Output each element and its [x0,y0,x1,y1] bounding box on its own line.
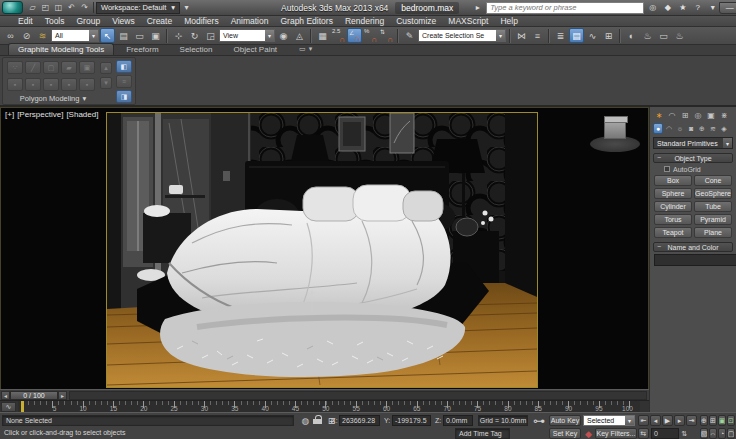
display-tab-icon[interactable]: ▣ [705,109,717,121]
menu-item[interactable]: Help [494,16,523,26]
manage-layers-icon[interactable]: ≣ [553,28,568,43]
add-time-tag[interactable]: Add Time Tag [455,428,510,439]
show-end-result-toggle[interactable]: ≡ [116,75,132,88]
menu-item[interactable]: Customize [390,16,442,26]
zoom-extents-icon[interactable]: ▣ [718,415,726,426]
viewport-menu-general[interactable]: [+] [5,110,14,119]
object-type-rollout-header[interactable]: − Object Type [653,153,733,163]
helpers-icon[interactable]: ⊕ [697,123,707,134]
3dsmax-logo-button[interactable] [2,1,23,14]
scene-explorer-icon[interactable]: ▤ [569,28,584,43]
viewcube[interactable] [587,114,643,156]
create-tab-icon[interactable]: ∗ [653,109,665,121]
menu-item[interactable]: Views [106,16,141,26]
set-key-key-icon[interactable]: ◆ [584,428,593,439]
element-subobject-button[interactable]: ▣ [79,61,95,74]
play-button[interactable]: ▶ [662,415,673,426]
geometry-category-dropdown[interactable]: Standard Primitives ▾ [653,137,733,149]
vertex-subobject-button[interactable]: ∵ [7,61,23,74]
snap-toggle-icon[interactable]: 2.5∩ [331,28,346,43]
object-type-button[interactable]: Pyramid [694,214,732,225]
current-frame-field[interactable]: 0 [651,428,679,439]
isolate-selection-icon[interactable]: ◍ [300,415,311,426]
use-pivot-center-icon[interactable]: ◉ [276,28,291,43]
ribbon-tab[interactable]: Selection [171,44,222,55]
auto-key-button[interactable]: Auto Key [549,415,581,426]
workspace-flyout-icon[interactable]: ▾ [180,2,193,14]
orbit-icon[interactable]: ◔ [718,428,726,439]
space-warps-icon[interactable]: ≋ [708,123,718,134]
zoom-region-icon[interactable]: ▧ [700,428,708,439]
hierarchy-tab-icon[interactable]: ⊞ [679,109,691,121]
curve-editor-icon[interactable]: ∿ [585,28,600,43]
polygon-tool-button[interactable]: ▪ [61,78,77,91]
reference-coordinate-dropdown[interactable]: View ▾ [219,29,275,42]
workspace-dropdown[interactable]: Workspace: Default ▾ [96,2,180,14]
undo-icon[interactable]: ↶ [65,2,78,14]
new-scene-icon[interactable]: ▱ [26,2,39,14]
viewcube-cube[interactable] [604,120,626,139]
polygon-subobject-button[interactable]: ▰ [61,61,77,74]
select-and-rotate-icon[interactable]: ↻ [187,28,202,43]
name-color-rollout-header[interactable]: − Name and Color [653,242,733,252]
menu-item[interactable]: Modifiers [178,16,224,26]
motion-tab-icon[interactable]: ◎ [692,109,704,121]
key-filter-dropdown[interactable]: Selected ▾ [583,415,635,426]
polygon-tool-button[interactable]: ▪ [79,78,95,91]
communication-center-icon[interactable]: ◎ [646,2,659,14]
polygon-tool-button[interactable]: ▪ [7,78,23,91]
unlink-selection-icon[interactable]: ⊘ [19,28,34,43]
x-coordinate-field[interactable]: 263669.28 [339,415,380,426]
menu-item[interactable]: MAXScript [442,16,494,26]
polygon-tool-button[interactable]: ▪ [25,78,41,91]
object-type-button[interactable]: Tube [694,201,732,212]
autogrid-checkbox[interactable] [664,166,670,172]
window-crossing-icon[interactable]: ▣ [148,28,163,43]
favorites-icon[interactable]: ★ [676,2,689,14]
cameras-icon[interactable]: ◙ [686,123,696,134]
object-type-button[interactable]: Sphere [654,188,692,199]
open-file-icon[interactable]: ◰ [39,2,52,14]
object-type-button[interactable]: Box [654,175,692,186]
next-frame-arrow[interactable]: ▸ [58,391,67,400]
selection-filter-dropdown[interactable]: All ▾ [51,29,99,42]
object-type-button[interactable]: Cone [694,175,732,186]
go-to-start-button[interactable]: ⇤ [638,415,649,426]
object-type-button[interactable]: Teapot [654,227,692,238]
viewport-menu-shading[interactable]: [Shaded] [66,110,98,119]
menu-item[interactable]: Group [71,16,107,26]
menu-item[interactable]: Tools [39,16,71,26]
set-key-mode-key-icon[interactable]: ⊶ [531,414,547,427]
spinner-snap-icon[interactable]: ⇅∩ [379,28,394,43]
help-icon[interactable]: ? [691,2,704,14]
pan-icon[interactable]: ⇔ [709,428,717,439]
align-icon[interactable]: ≡ [530,28,545,43]
zoom-icon[interactable]: ⊕ [700,415,708,426]
ribbon-minimize-icon[interactable]: ▭ [299,45,306,53]
next-modifier-toggle[interactable]: ◨ [116,90,132,103]
rectangular-selection-icon[interactable]: ▭ [132,28,147,43]
search-go-icon[interactable]: ▸ [471,2,484,14]
viewport-menu-pov[interactable]: [Perspective] [17,110,63,119]
zoom-extents-all-icon[interactable]: ⊡ [727,415,735,426]
time-slider-track[interactable] [69,391,647,400]
frame-spinner[interactable]: ⇅ [681,428,688,439]
geometry-icon[interactable]: ● [653,123,663,134]
named-selection-sets-dropdown[interactable]: Create Selection Se ▾ [418,29,506,42]
shapes-icon[interactable]: ◠ [664,123,674,134]
menu-item[interactable]: Create [141,16,179,26]
angle-snap-icon[interactable]: ∠∩ [347,28,362,43]
keyboard-override-icon[interactable]: ▦ [315,28,330,43]
redo-icon[interactable]: ↷ [78,2,91,14]
edit-named-selection-sets-icon[interactable]: ✎ [402,28,417,43]
object-type-button[interactable]: Torus [654,214,692,225]
utilities-tab-icon[interactable]: ⋇ [718,109,730,121]
panel-label[interactable]: Polygon Modeling ▾ [3,93,103,104]
help-flyout-icon[interactable]: ▾ [706,2,719,14]
select-and-move-icon[interactable]: ⊹ [171,28,186,43]
polygon-tool-button[interactable]: ▪ [43,78,59,91]
go-to-end-button[interactable]: ⇥ [686,415,697,426]
y-coordinate-field[interactable]: -199179.5 [392,415,431,426]
select-by-name-icon[interactable]: ▤ [116,28,131,43]
menu-item[interactable]: Graph Editors [274,16,338,26]
